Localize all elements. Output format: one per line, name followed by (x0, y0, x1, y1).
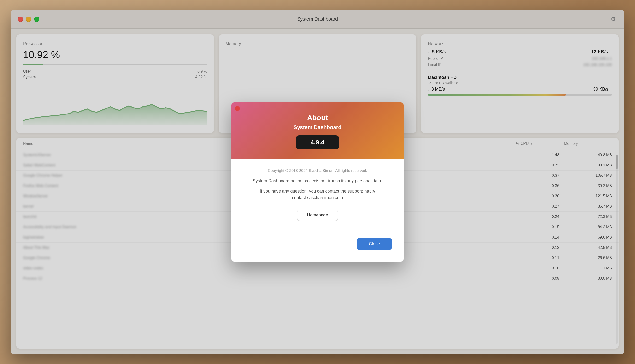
modal-subtitle: System Dashboard (241, 124, 394, 130)
about-modal: About System Dashboard 4.9.4 Copyright ©… (231, 102, 404, 262)
modal-header: About System Dashboard 4.9.4 (231, 102, 404, 159)
modal-copyright: Copyright © 2018-2024 Sascha Simon. All … (243, 168, 392, 173)
homepage-button[interactable]: Homepage (297, 210, 338, 221)
modal-title: About (241, 114, 394, 122)
modal-window-close-button[interactable] (235, 106, 240, 111)
close-button[interactable]: Close (357, 238, 392, 250)
modal-contact: If you have any question, you can contac… (243, 188, 392, 201)
modal-version-badge: 4.9.4 (296, 135, 339, 150)
modal-overlay: About System Dashboard 4.9.4 Copyright ©… (11, 10, 624, 354)
modal-body: Copyright © 2018-2024 Sascha Simon. All … (231, 159, 404, 262)
modal-description: System Dashboard neither collects nor tr… (243, 178, 392, 184)
modal-close-row: Close (243, 238, 392, 250)
app-window: System Dashboard ⚙ Processor 10.92 % Use… (11, 10, 624, 354)
